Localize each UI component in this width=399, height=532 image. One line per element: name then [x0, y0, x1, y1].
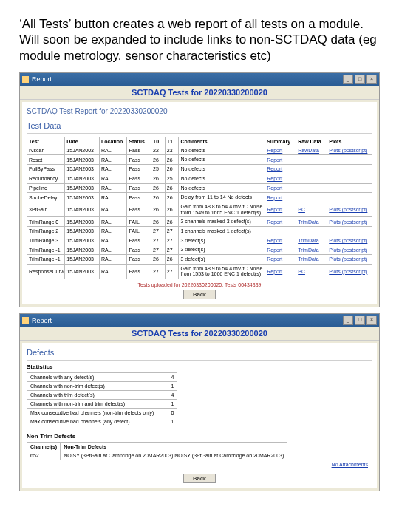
table-row: Max consecutive bad channels (any defect… — [27, 417, 177, 426]
table-row: Channels with non-trim and trim defect(s… — [27, 400, 177, 409]
table-row: Channels with any defect(s)4 — [27, 373, 177, 382]
maximize-button[interactable]: □ — [355, 316, 365, 325]
link[interactable]: Report — [267, 148, 282, 153]
stats-table: Channels with any defect(s)4Channels wit… — [27, 372, 177, 426]
report-window-2: Report _ □ × SCTDAQ Tests for 2022033020… — [19, 313, 380, 491]
report-header: SCTDAQ Tests for 20220330200020 — [20, 327, 379, 341]
link[interactable]: RawData — [298, 148, 319, 153]
maximize-button[interactable]: □ — [355, 75, 365, 84]
link[interactable]: Report — [267, 195, 282, 200]
link[interactable]: PC — [298, 207, 305, 212]
link[interactable]: TrimData — [298, 238, 319, 243]
table-row: IVscan15JAN2003RALPass2223No defectsRepo… — [27, 146, 372, 155]
section-title: Test Data — [27, 120, 372, 134]
defects-table: Channel(s)Non-Trim Defects 652NOISY (3Pt… — [27, 442, 287, 460]
table-row: TrimRange -115JAN2003RALPass26263 defect… — [27, 255, 372, 265]
titlebar-title: Report — [32, 317, 343, 324]
intro-text: ‘All Tests’ button creates a web report … — [19, 16, 380, 64]
section-title: Defects — [27, 347, 372, 361]
nontrim-label: Non-Trim Defects — [27, 433, 372, 440]
minimize-button[interactable]: _ — [343, 75, 353, 84]
titlebar: Report _ □ × — [20, 314, 379, 327]
col-header: T1 — [165, 137, 179, 146]
report-header: SCTDAQ Tests for 20220330200020 — [20, 86, 379, 100]
link[interactable]: Report — [267, 166, 282, 171]
no-attachments-link[interactable]: No Attachments — [27, 460, 372, 468]
report-window-1: Report _ □ × SCTDAQ Tests for 2022033020… — [19, 72, 380, 307]
link[interactable]: Report — [267, 185, 282, 191]
link[interactable]: Report — [267, 248, 282, 253]
link[interactable]: TrimData — [298, 248, 319, 253]
close-button[interactable]: × — [366, 316, 377, 325]
link[interactable]: Report — [267, 238, 282, 243]
table-row: Channels with trim defect(s)4 — [27, 391, 177, 400]
col-header: Test — [27, 137, 65, 146]
link[interactable]: Report — [267, 219, 282, 225]
link[interactable]: TrimData — [298, 256, 319, 262]
link[interactable]: TrimData — [298, 219, 319, 225]
link[interactable]: Plots (postscript) — [329, 238, 367, 243]
col-header: T0 — [151, 137, 166, 146]
col-header: Summary — [265, 137, 296, 146]
table-row: Redundancy15JAN2003RALPass2625No defects… — [27, 174, 372, 183]
link[interactable]: Plots (postscript) — [329, 248, 367, 253]
titlebar-title: Report — [32, 75, 343, 83]
table-row: Channels with non-trim defect(s)1 — [27, 382, 177, 391]
back-button[interactable]: Back — [183, 474, 216, 483]
table-row: FullByPass15JAN2003RALPass2526No defects… — [27, 165, 372, 174]
link[interactable]: Report — [267, 157, 282, 163]
table-row: StrobeDelay15JAN2003RALPass2626Delay fro… — [27, 193, 372, 202]
stats-label: Statistics — [27, 364, 372, 370]
report-subheader: SCTDAQ Test Report for 20220330200020 — [27, 106, 372, 120]
col-header: Plots — [327, 137, 372, 146]
col-header: Location — [100, 137, 127, 146]
table-row: Pipeline15JAN2003RALPass2626No defectsRe… — [27, 183, 372, 193]
table-row: ResponseCurve15JAN2003RALPass2727Gain fr… — [27, 264, 372, 279]
table-row: TrimRange -115JAN2003RALPass27273 defect… — [27, 245, 372, 255]
table-row: 652NOISY (3PtGain at Cambridge on 20MAR2… — [27, 451, 287, 460]
app-icon — [22, 317, 29, 324]
col-header: Status — [127, 137, 151, 146]
back-button[interactable]: Back — [183, 290, 216, 299]
link[interactable]: Plots (postscript) — [329, 148, 367, 153]
minimize-button[interactable]: _ — [343, 316, 353, 325]
link[interactable]: Plots (postscript) — [329, 256, 367, 262]
link[interactable]: Report — [267, 207, 282, 212]
table-row: 3PtGain15JAN2003RALPass2626Gain from 48.… — [27, 202, 372, 216]
link[interactable]: Report — [267, 256, 282, 262]
table-row: TrimRange 015JAN2003RALFAIL26263 channel… — [27, 217, 372, 227]
col-header: Raw Data — [296, 137, 327, 146]
link[interactable]: Plots (postscript) — [329, 207, 367, 212]
link[interactable]: Plots (postscript) — [329, 219, 367, 225]
table-row: Max consecutive bad channels (non-trim d… — [27, 409, 177, 417]
table-row: TrimRange 315JAN2003RALPass27273 defect(… — [27, 236, 372, 245]
link[interactable]: PC — [298, 269, 305, 274]
link[interactable]: Plots (postscript) — [329, 269, 367, 274]
app-icon — [22, 76, 29, 83]
link[interactable]: Report — [267, 269, 282, 274]
titlebar: Report _ □ × — [20, 73, 379, 86]
table-row: Reset15JAN2003RALPass2626No defectsRepor… — [27, 155, 372, 165]
test-data-table: TestDateLocationStatusT0T1CommentsSummar… — [27, 137, 372, 279]
link[interactable]: Report — [267, 176, 282, 181]
table-row: TrimRange 215JAN2003RALFAIL27271 channel… — [27, 226, 372, 236]
close-button[interactable]: × — [366, 75, 377, 84]
col-header: Date — [65, 137, 100, 146]
footnote: Tests uploaded for 20220330200020, Tests… — [138, 282, 262, 287]
col-header: Comments — [179, 137, 265, 146]
